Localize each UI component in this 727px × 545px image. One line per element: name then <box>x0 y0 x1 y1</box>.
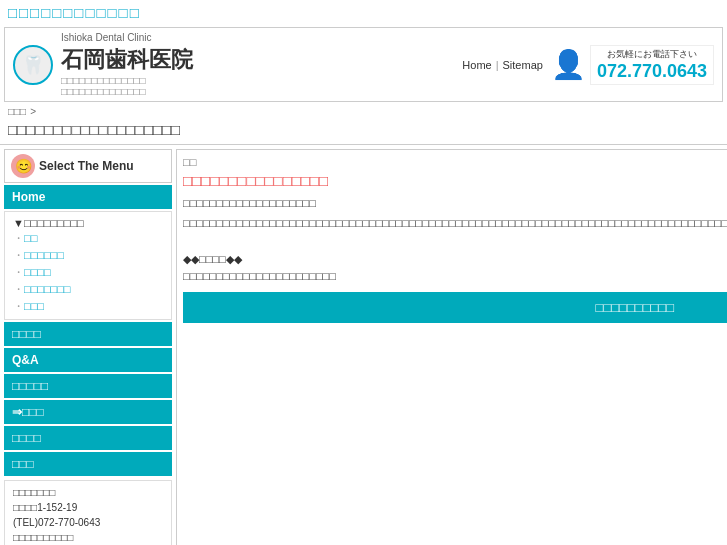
main-layout: 😊 Select The Menu Home ▼□□□□□□□□□ □□ □□□… <box>0 145 727 545</box>
sidebar-sub-list: ▼□□□□□□□□□ □□ □□□□□□ □□□□ □□□□□□□ □□□ <box>4 211 172 320</box>
phone-right: 👤 お気軽にお電話下さい 072.770.0643 <box>551 45 714 85</box>
sidebar-sub-item-2[interactable]: □□□□□□ <box>13 247 163 264</box>
nav-separator: | <box>496 59 499 71</box>
content-footer-note: ◆◆□□□□◆◆ <box>183 253 727 266</box>
header: 🦷 Ishioka Dental Clinic 石岡歯科医院 □□□□□□□□□… <box>4 27 723 102</box>
sidebar-title: Select The Menu <box>39 159 134 173</box>
sidebar-item-contact[interactable]: □□□ <box>4 452 172 476</box>
content-area: □□ □□□□□□□□□□□□□□□□ □□□□□□□□□□□□□□□□□□□□… <box>176 149 727 545</box>
logo-icon: 🦷 <box>13 45 53 85</box>
sidebar-sub-item-5[interactable]: □□□ <box>13 298 163 315</box>
logo-box: 🦷 <box>13 45 53 85</box>
clinic-text-block: Ishioka Dental Clinic 石岡歯科医院 □□□□□□□□□□□… <box>61 32 193 97</box>
sidebar-sub-item-1[interactable]: □□ <box>13 230 163 247</box>
content-button[interactable]: □□□□□□□□□□ <box>183 292 727 323</box>
clinic-name-sub: □□□□□□□□□□□□□□ □□□□□□□□□□□□□□ <box>61 75 193 97</box>
sidebar-item-qa[interactable]: Q&A <box>4 348 172 372</box>
header-right: Home | Sitemap 👤 お気軽にお電話下さい 072.770.0643 <box>462 45 714 85</box>
sidebar-sub-header: ▼□□□□□□□□□ <box>13 216 163 230</box>
top-bar: □□□□□□□□□□□□ <box>0 0 727 25</box>
sidebar-item-blog[interactable]: □□□□ <box>4 426 172 450</box>
content-label: □□ <box>183 156 727 168</box>
header-left: 🦷 Ishioka Dental Clinic 石岡歯科医院 □□□□□□□□□… <box>13 32 193 97</box>
sidebar-info-box: □□□□□□□ □□□□1-152-19 (TEL)072-770-0643 □… <box>4 480 172 545</box>
phone-box: お気軽にお電話下さい 072.770.0643 <box>590 45 714 85</box>
info-tel: (TEL)072-770-0643 <box>13 515 163 530</box>
breadcrumb-home[interactable]: □□□ <box>8 106 26 117</box>
sidebar: 😊 Select The Menu Home ▼□□□□□□□□□ □□ □□□… <box>4 149 172 545</box>
info-title: □□□□□□□ <box>13 485 163 500</box>
sidebar-item-home[interactable]: Home <box>4 185 172 209</box>
phone-number: 072.770.0643 <box>597 61 707 82</box>
clinic-name-jp: 石岡歯科医院 <box>61 45 193 75</box>
info-hours: □□□□□□□□□□ <box>13 530 163 545</box>
content-title: □□□□□□□□□□□□□□□□ <box>183 172 727 189</box>
page-heading: □□□□□□□□□□□□□□□□□□□ <box>0 119 727 145</box>
phone-label: お気軽にお電話下さい <box>607 48 697 61</box>
sidebar-item-arrow[interactable]: ⇒□□□ <box>4 400 172 424</box>
sidebar-item-info[interactable]: □□□□□ <box>4 374 172 398</box>
sidebar-header: 😊 Select The Menu <box>4 149 172 183</box>
breadcrumb: □□□ > <box>0 104 727 119</box>
nav-home-link[interactable]: Home <box>462 59 491 71</box>
content-body: □□□□□□□□□□□□□□□□□□□□□□□□□□□□□□□□□□□□□□□□… <box>183 215 727 233</box>
sidebar-sub-item-4[interactable]: □□□□□□□ <box>13 281 163 298</box>
info-address: □□□□1-152-19 <box>13 500 163 515</box>
nav-sitemap-link[interactable]: Sitemap <box>503 59 543 71</box>
sidebar-icon: 😊 <box>11 154 35 178</box>
content-footer-text: □□□□□□□□□□□□□□□□□□□□□□□ <box>183 270 727 282</box>
sidebar-item-treatment[interactable]: □□□□ <box>4 322 172 346</box>
nav-links: Home | Sitemap <box>462 59 543 71</box>
phone-person-icon: 👤 <box>551 48 586 81</box>
breadcrumb-separator: > <box>30 106 36 117</box>
top-title: □□□□□□□□□□□□ <box>8 4 141 21</box>
sidebar-sub-item-3[interactable]: □□□□ <box>13 264 163 281</box>
content-intro: □□□□□□□□□□□□□□□□□□□□ <box>183 197 727 209</box>
clinic-name-en: Ishioka Dental Clinic <box>61 32 193 43</box>
